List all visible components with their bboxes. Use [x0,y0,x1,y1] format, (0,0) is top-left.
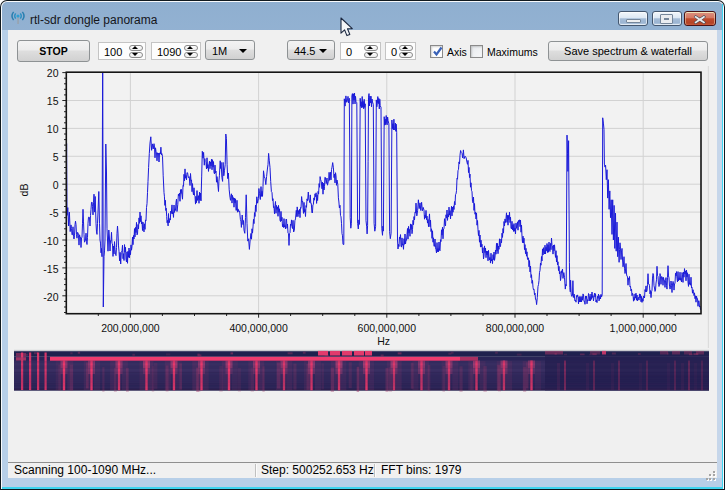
svg-text:-10: -10 [43,235,58,247]
svg-text:0: 0 [53,179,59,191]
svg-text:600,000,000: 600,000,000 [358,322,417,334]
svg-text:Hz: Hz [377,335,390,347]
svg-text:10: 10 [47,123,59,135]
svg-text:15: 15 [47,95,59,107]
svg-text:400,000,000: 400,000,000 [229,322,288,334]
svg-text:200,000,000: 200,000,000 [101,322,160,334]
svg-text:-15: -15 [43,263,58,275]
svg-text:20: 20 [47,67,59,79]
svg-text:1,000,000,000: 1,000,000,000 [610,322,677,334]
svg-text:dB: dB [18,184,30,197]
svg-text:5: 5 [53,151,59,163]
svg-text:-20: -20 [43,291,58,303]
svg-text:800,000,000: 800,000,000 [486,322,545,334]
svg-text:-5: -5 [49,207,58,219]
